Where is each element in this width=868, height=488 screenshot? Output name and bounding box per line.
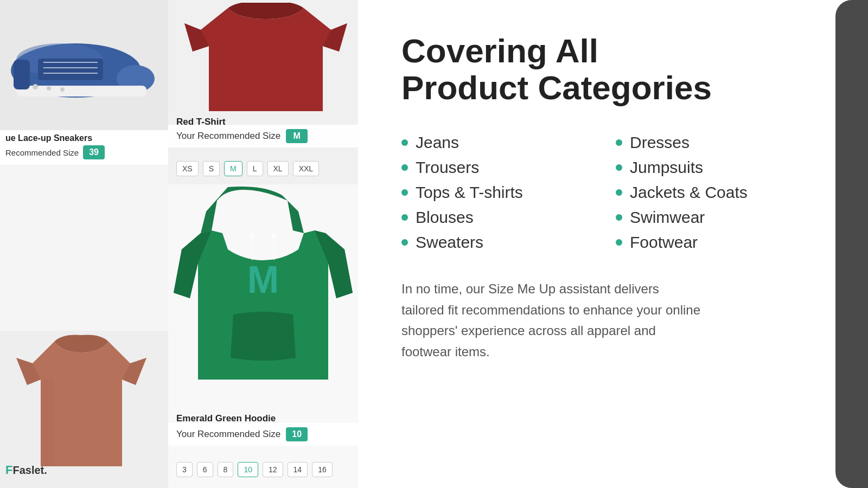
left-panel: ue Lace-up Sneakers Recommended Size 39 … (0, 0, 358, 488)
sneaker-recommended-row: Recommended Size 39 (5, 145, 163, 159)
hoodie-card: M Emerald Green Hoodie Your Recommended … (168, 184, 358, 488)
category-tops: Tops & T-shirts (401, 183, 616, 202)
hoodie-size-16[interactable]: 16 (312, 462, 333, 477)
bullet-icon (401, 239, 408, 246)
title-line2: Product Categories (401, 69, 712, 106)
svg-point-14 (249, 233, 256, 239)
sneaker-info: ue Lace-up Sneakers Recommended Size 39 (0, 130, 168, 165)
hoodie-illustration: M (174, 184, 353, 396)
hoodie-size-10[interactable]: 10 (238, 462, 258, 477)
bullet-icon (616, 214, 622, 221)
svg-rect-8 (14, 60, 30, 89)
bullet-icon (616, 189, 622, 196)
size-l[interactable]: L (247, 161, 263, 176)
category-dresses: Dresses (616, 133, 830, 152)
red-tshirt-illustration (179, 3, 353, 117)
category-footwear: Footwear (616, 233, 830, 252)
size-s[interactable]: S (203, 161, 220, 176)
hoodie-label: Emerald Green Hoodie (176, 413, 276, 424)
red-tshirt-sizes: XS S M L XL XXL (176, 161, 319, 176)
category-jackets-label: Jackets & Coats (630, 183, 748, 202)
sneaker-illustration (5, 16, 157, 108)
svg-point-9 (33, 84, 38, 89)
categories-left-col: Jeans Trousers Tops & T-shirts Blouses S… (401, 133, 616, 252)
bullet-icon (401, 214, 408, 221)
title-line1: Covering All (401, 32, 598, 69)
bullet-icon (401, 139, 408, 146)
svg-rect-12 (41, 380, 54, 466)
sneaker-size-badge: 39 (83, 145, 105, 159)
sneaker-recommended-label: Recommended Size (5, 148, 79, 157)
category-jeans: Jeans (401, 133, 616, 152)
svg-point-15 (271, 233, 277, 239)
category-trousers-label: Trousers (416, 158, 479, 177)
category-swimwear: Swimwear (616, 208, 830, 227)
description-text: In no time, our Size Me Up assistant del… (401, 279, 705, 362)
hoodie-size-3[interactable]: 3 (176, 462, 193, 477)
sneaker-product-name: ue Lace-up Sneakers (5, 133, 163, 143)
category-swimwear-label: Swimwear (630, 208, 705, 227)
size-xs[interactable]: XS (176, 161, 199, 176)
main-heading: Covering All Product Categories (401, 33, 830, 106)
faslet-text: Faslet. (12, 464, 47, 476)
hoodie-size-14[interactable]: 14 (288, 462, 308, 477)
category-jumpsuits: Jumpsuits (616, 158, 830, 177)
hoodie-size-12[interactable]: 12 (263, 462, 283, 477)
category-footwear-label: Footwear (630, 233, 698, 252)
categories-right-col: Dresses Jumpsuits Jackets & Coats Swimwe… (616, 133, 830, 252)
svg-point-11 (60, 87, 65, 92)
dark-sidebar (835, 0, 868, 488)
categories-grid: Jeans Trousers Tops & T-shirts Blouses S… (401, 133, 830, 252)
category-dresses-label: Dresses (630, 133, 690, 152)
red-tshirt-recommended: Your Recommended Size M (168, 125, 358, 147)
category-jeans-label: Jeans (416, 133, 459, 152)
category-trousers: Trousers (401, 158, 616, 177)
hoodie-recommended: Your Recommended Size 10 (168, 423, 358, 446)
red-tshirt-card: Red T-Shirt Your Recommended Size M XS S… (168, 0, 358, 184)
category-jumpsuits-label: Jumpsuits (630, 158, 703, 177)
category-sweaters-label: Sweaters (416, 233, 483, 252)
bullet-icon (401, 164, 408, 171)
category-blouses-label: Blouses (416, 208, 474, 227)
faslet-logo: FFaslet. (5, 463, 47, 477)
svg-point-10 (47, 86, 51, 91)
hoodie-sizes: 3 6 8 10 12 14 16 (176, 462, 333, 477)
bullet-icon (616, 139, 622, 146)
size-xl[interactable]: XL (267, 161, 289, 176)
category-jackets: Jackets & Coats (616, 183, 830, 202)
category-tops-label: Tops & T-shirts (416, 183, 523, 202)
category-sweaters: Sweaters (401, 233, 616, 252)
hoodie-size-8[interactable]: 8 (218, 462, 234, 477)
bullet-icon (401, 189, 408, 196)
bullet-icon (616, 164, 622, 171)
brown-tshirt-illustration (11, 331, 152, 477)
size-xxl[interactable]: XXL (293, 161, 319, 176)
faslet-f-letter: F (5, 463, 12, 477)
hoodie-rec-label: Your Recommended Size (176, 429, 280, 440)
red-tshirt-rec-label: Your Recommended Size (176, 131, 280, 142)
svg-text:M: M (247, 259, 279, 301)
hoodie-size-badge: 10 (286, 427, 308, 441)
hoodie-size-6[interactable]: 6 (197, 462, 213, 477)
right-panel: Covering All Product Categories Jeans Tr… (358, 0, 868, 488)
bullet-icon (616, 239, 622, 246)
category-blouses: Blouses (401, 208, 616, 227)
size-m[interactable]: M (224, 161, 242, 176)
red-tshirt-size-badge: M (286, 129, 308, 143)
